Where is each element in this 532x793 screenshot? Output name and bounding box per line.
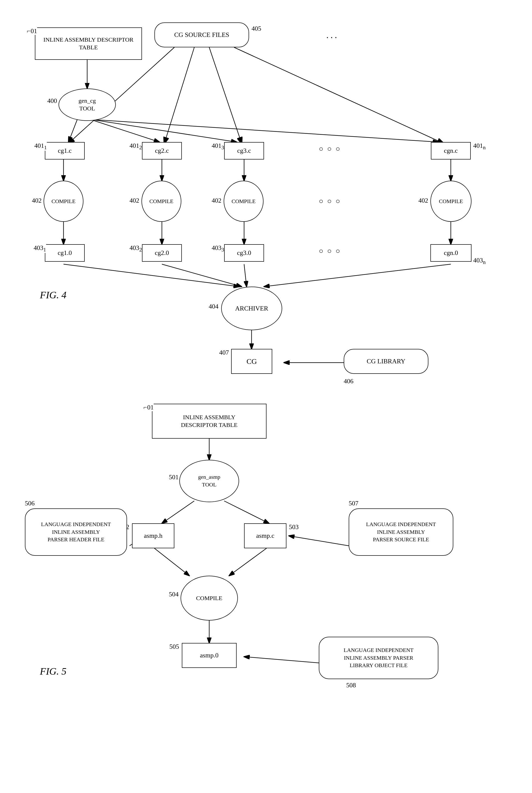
fig5-label-503: 503 xyxy=(289,523,299,531)
fig5-label-504: 504 xyxy=(169,591,178,598)
fig5-lang-indep-header: LANGUAGE INDEPENDENTINLINE ASSEMBLYPARSE… xyxy=(25,509,127,556)
svg-line-8 xyxy=(91,119,159,142)
fig4-compilen: COMPILE xyxy=(430,181,472,222)
fig4-cgnc: cgn.c xyxy=(431,142,471,160)
fig5-inline-assembly-table: INLINE ASSEMBLYDESCRIPTOR TABLE xyxy=(152,404,266,439)
fig5-label-507: 507 xyxy=(349,500,358,507)
fig4-label-4011: 4011 xyxy=(34,142,47,151)
fig4-cg-library: CG LIBRARY xyxy=(344,349,429,374)
svg-line-30 xyxy=(229,548,266,576)
svg-line-21 xyxy=(244,264,247,287)
fig4-label-4013: 4013 xyxy=(212,142,224,151)
fig4-label-4012: 4012 xyxy=(130,142,142,151)
fig4-gen-cg-tool: gen_cgTOOL xyxy=(59,89,116,121)
svg-line-9 xyxy=(92,119,236,142)
svg-line-22 xyxy=(264,264,451,287)
fig4-label-c2-402: 402 xyxy=(130,197,139,204)
fig4-label-c1-402: 402 xyxy=(32,197,42,204)
fig5-gen-asmp-tool: gen_asmpTOOL xyxy=(179,460,239,502)
fig4-label-405: 405 xyxy=(251,25,261,32)
svg-line-6 xyxy=(209,47,242,143)
fig4-label-400: 400 xyxy=(47,97,57,105)
fig4-label-404: 404 xyxy=(209,303,218,310)
fig4-label-cn-402: 402 xyxy=(418,197,428,204)
svg-line-26 xyxy=(162,501,194,523)
svg-line-10 xyxy=(93,119,438,142)
fig4-cgno: cgn.0 xyxy=(430,244,472,262)
fig4-label-4032: 4032 xyxy=(130,244,142,253)
fig4-cg-source-files: CG SOURCE FILES xyxy=(154,22,249,47)
svg-line-7 xyxy=(234,47,443,143)
fig5-ref-301-tick: ⌐ xyxy=(144,404,147,411)
svg-line-19 xyxy=(63,264,239,287)
fig5-asmp0: asmp.0 xyxy=(182,643,236,668)
fig5-label-508: 508 xyxy=(346,682,356,689)
svg-line-3 xyxy=(69,119,77,142)
page: INLINE ASSEMBLY DESCRIPTOR TABLE 301 ⌐ C… xyxy=(0,0,532,793)
fig5-asmpc: asmp.c xyxy=(244,523,286,548)
fig4-cg3o: cg3.0 xyxy=(224,244,264,262)
fig5-lang-indep-library: LANGUAGE INDEPENDENTINLINE ASSEMBLY PARS… xyxy=(319,637,438,679)
fig5-label-505: 505 xyxy=(169,643,179,650)
fig4-ref-301-tick: ⌐ xyxy=(27,27,31,35)
fig4-compile1: COMPILE xyxy=(43,181,83,222)
fig4-cg1o: cg1.0 xyxy=(45,244,85,262)
fig4-compile3: COMPILE xyxy=(224,181,264,222)
fig4-label-403n: 403n xyxy=(473,257,486,265)
fig4-cg: CG xyxy=(231,349,272,374)
fig5-compile: COMPILE xyxy=(180,576,238,621)
fig4-dots-o: ○ ○ ○ xyxy=(319,247,341,255)
fig4-label-401n: 401n xyxy=(473,142,486,151)
fig4-ellipsis-top: ... xyxy=(326,30,339,40)
fig4-cg2o: cg2.0 xyxy=(142,244,182,262)
fig4-cg1c: cg1.c xyxy=(45,142,85,160)
fig5-label-506: 506 xyxy=(25,500,35,507)
fig4-label-407: 407 xyxy=(219,349,229,356)
fig4-archiver: ARCHIVER xyxy=(221,287,282,330)
fig5-arrows xyxy=(20,391,512,777)
svg-line-27 xyxy=(224,501,269,523)
fig4-diagram: INLINE ASSEMBLY DESCRIPTOR TABLE 301 ⌐ C… xyxy=(20,15,512,376)
fig5-label-501: 501 xyxy=(169,474,178,481)
svg-line-20 xyxy=(162,264,242,287)
fig4-label-406: 406 xyxy=(344,377,354,385)
fig4-dots-c: ○ ○ ○ xyxy=(319,145,341,153)
fig4-dots-compile: ○ ○ ○ xyxy=(319,197,341,205)
fig4-cg2c: cg2.c xyxy=(142,142,182,160)
svg-line-33 xyxy=(244,657,319,663)
svg-line-29 xyxy=(154,548,189,576)
fig4-title: FIG. 4 xyxy=(40,289,66,301)
fig4-label-c3-402: 402 xyxy=(212,197,222,204)
fig4-compile2: COMPILE xyxy=(141,181,181,222)
fig4-cg3c: cg3.c xyxy=(224,142,264,160)
fig5-asmph: asmp.h xyxy=(132,523,174,548)
fig5-diagram: INLINE ASSEMBLYDESCRIPTOR TABLE 301 ⌐ ge… xyxy=(20,391,512,777)
fig5-lang-indep-source: LANGUAGE INDEPENDENTINLINE ASSEMBLYPARSE… xyxy=(349,509,453,556)
svg-line-5 xyxy=(164,47,194,143)
fig4-label-4031: 4031 xyxy=(34,244,46,253)
fig5-title: FIG. 5 xyxy=(40,665,66,677)
fig4-label-4033: 4033 xyxy=(212,244,224,253)
svg-line-31 xyxy=(289,536,349,546)
fig4-inline-assembly-table: INLINE ASSEMBLY DESCRIPTOR TABLE xyxy=(35,27,142,60)
